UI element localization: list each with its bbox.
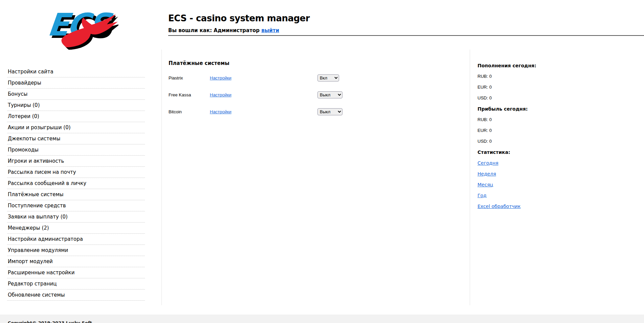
profit-rub: RUB: 0 bbox=[478, 117, 644, 123]
deposits-eur: EUR: 0 bbox=[478, 84, 644, 90]
sidebar-item-providers[interactable]: Провайдеры bbox=[7, 77, 145, 89]
payment-row-bitcoin: Bitcoin Настройки ВклВыкл bbox=[169, 108, 470, 115]
stats-link-today[interactable]: Сегодня bbox=[478, 160, 498, 166]
sidebar-item-payout-requests[interactable]: Заявки на выплату (0) bbox=[7, 211, 145, 223]
bitcoin-settings-link[interactable]: Настройки bbox=[210, 109, 231, 114]
deposits-usd: USD: 0 bbox=[478, 95, 644, 101]
sidebar-menu: Настройки сайта Провайдеры Бонусы Турнир… bbox=[7, 66, 145, 301]
sidebar-item-bonuses[interactable]: Бонусы bbox=[7, 89, 145, 100]
stats-link-month[interactable]: Месяц bbox=[478, 182, 493, 188]
profit-eur: EUR: 0 bbox=[478, 128, 644, 134]
stats-link-year[interactable]: Год bbox=[478, 192, 487, 199]
deposits-today-heading: Пополнения сегодня: bbox=[478, 63, 644, 69]
bitcoin-state-select[interactable]: ВклВыкл bbox=[317, 108, 342, 115]
sidebar-item-jackpots[interactable]: Джекпоты системы bbox=[7, 133, 145, 144]
sidebar-item-tournaments[interactable]: Турниры (0) bbox=[7, 100, 145, 111]
profit-usd: USD: 0 bbox=[478, 138, 644, 144]
freekassa-state-select[interactable]: ВклВыкл bbox=[317, 91, 342, 98]
stats-panel: Пополнения сегодня: RUB: 0 EUR: 0 USD: 0… bbox=[470, 50, 644, 305]
piastrix-settings-link[interactable]: Настройки bbox=[210, 75, 231, 80]
payment-name: Piastrix bbox=[169, 75, 210, 80]
content-area: Настройки сайта Провайдеры Бонусы Турнир… bbox=[0, 50, 644, 305]
sidebar-item-advanced-settings[interactable]: Расширенные настройки bbox=[7, 267, 145, 278]
sidebar-item-incoming-funds[interactable]: Поступление средств bbox=[7, 200, 145, 211]
sidebar-item-email-mailing[interactable]: Рассылка писем на почту bbox=[7, 167, 145, 178]
sidebar-item-module-management[interactable]: Управление модулями bbox=[7, 245, 145, 256]
sidebar-item-site-settings[interactable]: Настройки сайта bbox=[7, 66, 145, 77]
header: ECS - casino system manager Вы вошли как… bbox=[168, 0, 644, 36]
ecs-logo: ECS ECS bbox=[47, 5, 118, 51]
payment-name: Bitcoin bbox=[169, 109, 210, 114]
stats-link-excel-processor[interactable]: Excel обработчик bbox=[478, 203, 520, 209]
statistics-heading: Статистика: bbox=[478, 149, 644, 155]
sidebar-item-lotteries[interactable]: Лотереи (0) bbox=[7, 111, 145, 122]
payment-row-piastrix: Piastrix Настройки ВклВыкл bbox=[169, 74, 470, 82]
copyright-text: Copyright© 2019-2023 Lucky Soft bbox=[8, 320, 92, 323]
login-status: Вы вошли как: Администратор выйти bbox=[168, 27, 644, 33]
payment-row-freekassa: Free Kassa Настройки ВклВыкл bbox=[169, 91, 470, 98]
logout-link[interactable]: выйти bbox=[261, 27, 279, 33]
page-title: ECS - casino system manager bbox=[168, 12, 644, 24]
sidebar-item-admin-settings[interactable]: Настройки администратора bbox=[7, 234, 145, 245]
sidebar-item-module-import[interactable]: Импорт модулей bbox=[7, 256, 145, 267]
deposits-rub: RUB: 0 bbox=[478, 73, 644, 79]
sidebar-item-managers[interactable]: Менеджеры (2) bbox=[7, 223, 145, 234]
sidebar-item-payment-systems[interactable]: Платёжные системы bbox=[7, 189, 145, 200]
sidebar-item-promocodes[interactable]: Промокоды bbox=[7, 144, 145, 156]
freekassa-settings-link[interactable]: Настройки bbox=[210, 92, 231, 97]
sidebar-item-system-update[interactable]: Обновление системы bbox=[7, 290, 145, 301]
payment-systems-panel: Платёжные системы Piastrix Настройки Вкл… bbox=[161, 50, 470, 305]
stats-link-week[interactable]: Неделя bbox=[478, 171, 496, 177]
sidebar-item-promotions[interactable]: Акции и розыгрыши (0) bbox=[7, 122, 145, 133]
payment-name: Free Kassa bbox=[169, 92, 210, 97]
sidebar: Настройки сайта Провайдеры Бонусы Турнир… bbox=[0, 50, 161, 305]
footer: Copyright© 2019-2023 Lucky Soft bbox=[0, 315, 644, 323]
sidebar-item-players-activity[interactable]: Игроки и активность bbox=[7, 156, 145, 167]
login-status-label: Вы вошли как: Администратор bbox=[168, 27, 260, 33]
panel-title: Платёжные системы bbox=[169, 61, 470, 66]
piastrix-state-select[interactable]: ВклВыкл bbox=[317, 74, 339, 82]
header-divider bbox=[168, 35, 644, 36]
sidebar-item-pm-mailing[interactable]: Рассылка сообщений в личку bbox=[7, 178, 145, 189]
profit-today-heading: Прибыль сегодня: bbox=[478, 106, 644, 112]
sidebar-item-page-editor[interactable]: Редактор страниц bbox=[7, 278, 145, 290]
